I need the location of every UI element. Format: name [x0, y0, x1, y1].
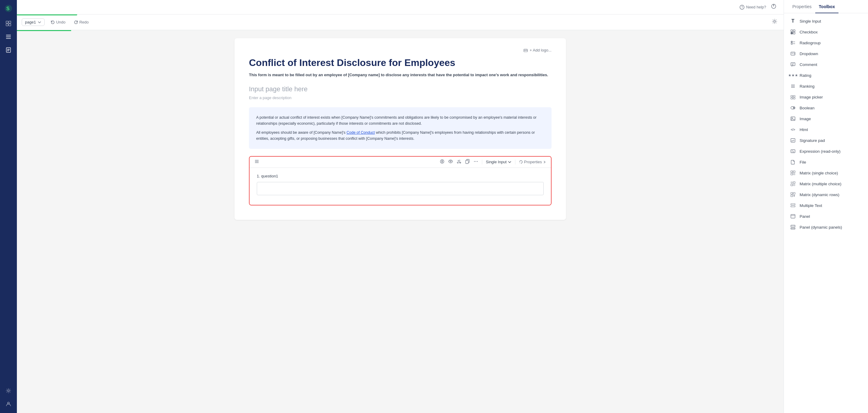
right-panel: Properties Toolbox T Single Input: [784, 0, 868, 413]
toolbox-label-radiogroup: Radiogroup: [800, 41, 862, 45]
question-input[interactable]: [257, 182, 544, 195]
toolbox-item-expression[interactable]: fx Expression (read-only): [784, 146, 868, 157]
form-description: This form is meant to be filled out by a…: [249, 72, 552, 78]
svg-rect-68: [793, 182, 795, 184]
svg-rect-3: [6, 24, 8, 26]
question-type-button[interactable]: Single Input: [486, 160, 512, 164]
html-icon: </>: [790, 127, 796, 132]
required-icon[interactable]: [440, 159, 444, 165]
app-logo: S: [4, 4, 13, 13]
question-type-label: Single Input: [486, 160, 507, 164]
properties-label: Properties: [524, 160, 542, 164]
toolbox-item-image-picker[interactable]: Image picker: [784, 92, 868, 102]
toolbox-item-boolean[interactable]: Boolean: [784, 102, 868, 113]
toolbox-label-signature-pad: Signature pad: [800, 138, 862, 143]
svg-rect-46: [791, 63, 795, 66]
tab-toolbox[interactable]: Toolbox: [815, 0, 838, 13]
app-header: ? Need help?: [17, 0, 784, 14]
green-progress-line: [17, 14, 77, 15]
comment-icon: [790, 61, 796, 67]
svg-point-12: [7, 390, 9, 392]
help-button[interactable]: ? Need help?: [740, 5, 767, 10]
svg-rect-7: [6, 38, 11, 39]
ranking-icon: [790, 83, 796, 89]
multiple-text-icon: [790, 202, 796, 209]
add-logo-button[interactable]: + Add logo...: [524, 48, 552, 53]
text-block: A potential or actual conflict of intere…: [249, 107, 552, 149]
properties-button[interactable]: Properties: [519, 160, 546, 164]
undo-button[interactable]: Undo: [48, 19, 68, 26]
tab-properties[interactable]: Properties: [789, 0, 815, 13]
boolean-icon: [790, 105, 796, 111]
svg-point-59: [792, 118, 793, 119]
drag-handle-icon[interactable]: [254, 159, 259, 165]
page-title-placeholder[interactable]: Input page title here: [249, 85, 552, 93]
toolbox-item-single-input[interactable]: T Single Input: [784, 16, 868, 27]
more-icon[interactable]: [473, 159, 478, 165]
matrix-single-icon: [790, 170, 796, 176]
toolbox-list: T Single Input Checkb: [784, 13, 868, 235]
rating-icon: ★★★: [790, 72, 796, 78]
redo-button[interactable]: Redo: [71, 19, 91, 26]
toolbox-label-single-input: Single Input: [800, 19, 862, 24]
sidebar-icon-user[interactable]: [3, 399, 14, 409]
svg-point-18: [774, 21, 775, 22]
form-title: Conflict of Interest Disclosure for Empl…: [249, 57, 552, 68]
sidebar-icon-document[interactable]: [3, 44, 14, 56]
toolbox-item-radiogroup[interactable]: Radiogroup: [784, 37, 868, 48]
toolbox-item-ranking[interactable]: Ranking: [784, 81, 868, 92]
sidebar-icon-settings[interactable]: [3, 385, 14, 396]
toolbox-item-dropdown[interactable]: Dropdown: [784, 48, 868, 59]
question-label: 1. question1: [257, 174, 544, 178]
svg-point-20: [525, 50, 526, 51]
visible-icon[interactable]: [448, 159, 453, 165]
sidebar-icon-dashboard[interactable]: [3, 18, 14, 29]
toolbox-item-checkbox[interactable]: Checkbox: [784, 27, 868, 37]
toolbox-item-panel-dynamic[interactable]: Panel (dynamic panels): [784, 222, 868, 232]
form-settings-button[interactable]: [770, 17, 779, 27]
toolbox-item-html[interactable]: </> Html: [784, 124, 868, 135]
copy-icon[interactable]: [465, 159, 470, 165]
toolbox-item-file[interactable]: File: [784, 157, 868, 167]
page-selector-value: page1: [25, 20, 36, 24]
toolbox-item-panel[interactable]: Panel: [784, 211, 868, 222]
page-selector[interactable]: page1: [22, 19, 44, 26]
toolbox-item-matrix-multiple[interactable]: Matrix (multiple choice): [784, 178, 868, 189]
toolbox-item-rating[interactable]: ★★★ Rating: [784, 70, 868, 81]
svg-text:fx: fx: [792, 150, 795, 153]
question-text[interactable]: question1: [261, 174, 278, 178]
svg-rect-53: [793, 95, 795, 97]
sidebar-icon-list[interactable]: [3, 31, 14, 42]
svg-rect-5: [6, 35, 11, 36]
page-desc-placeholder[interactable]: Enter a page description: [249, 95, 552, 100]
svg-point-25: [450, 161, 451, 162]
toolbox-item-multiple-text[interactable]: Multiple Text: [784, 200, 868, 211]
svg-rect-35: [791, 30, 793, 32]
form-canvas: + Add logo... Conflict of Interest Discl…: [235, 38, 566, 220]
toolbox-item-matrix-dynamic[interactable]: Matrix (dynamic rows): [784, 189, 868, 200]
code-of-conduct-link[interactable]: Code of Conduct: [347, 130, 375, 135]
question-toolbar: Single Input P: [250, 157, 551, 168]
svg-point-13: [7, 402, 9, 404]
toolbox-label-checkbox: Checkbox: [800, 30, 862, 34]
toolbox-item-image[interactable]: Image: [784, 113, 868, 124]
toolbox-label-multiple-text: Multiple Text: [800, 203, 862, 208]
panel-tabs: Properties Toolbox: [784, 0, 868, 13]
svg-rect-66: [793, 173, 795, 175]
toolbox-item-comment[interactable]: Comment: [784, 59, 868, 70]
cut-icon[interactable]: [457, 159, 461, 165]
single-input-icon: T: [790, 18, 796, 24]
question-block: Single Input P: [249, 156, 552, 205]
image-picker-icon: [790, 94, 796, 100]
svg-rect-78: [791, 215, 795, 218]
file-icon: [790, 159, 796, 165]
svg-rect-63: [791, 171, 793, 172]
svg-rect-58: [791, 117, 795, 121]
svg-point-27: [457, 162, 458, 163]
toolbox-item-matrix-single[interactable]: Matrix (single choice): [784, 167, 868, 178]
toolbox-label-file: File: [800, 160, 862, 164]
power-button[interactable]: [771, 4, 776, 10]
toolbox-item-signature-pad[interactable]: Signature pad: [784, 135, 868, 146]
svg-text:S: S: [6, 6, 10, 11]
toolbar-divider: [482, 160, 482, 164]
